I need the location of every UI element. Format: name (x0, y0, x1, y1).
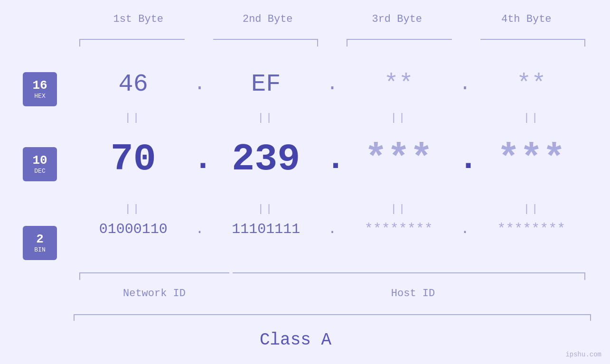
dot-dec-3: . (459, 140, 472, 178)
bin-b4: ******** (472, 221, 591, 237)
dot-bin-2: . (326, 221, 339, 237)
network-bracket (74, 272, 235, 280)
col-header-3: 3rd Byte (332, 13, 462, 25)
dec-badge: 10 DEC (23, 147, 57, 181)
bin-values: 01000110 . 11101111 . ******** . *******… (74, 221, 591, 237)
watermark: ipshu.com (565, 351, 601, 358)
dec-b4: *** (472, 138, 591, 181)
dot-bin-3: . (459, 221, 472, 237)
dec-b1: 70 (74, 138, 193, 181)
bracket-col4 (475, 39, 591, 47)
bracket-col3 (341, 39, 458, 47)
host-id-label: Host ID (235, 288, 591, 299)
col-header-2: 2nd Byte (203, 13, 333, 25)
eq-6: || (258, 203, 274, 215)
hex-row: 46 . EF . ** . ** (74, 70, 591, 98)
eq-7: || (391, 203, 407, 215)
eq-4: || (524, 112, 540, 124)
equals-row-1: || || || || (74, 111, 591, 125)
dot-bin-1: . (193, 221, 206, 237)
dec-row: 70 . 239 . *** . *** (74, 138, 591, 181)
bottom-bracket (74, 314, 591, 321)
eq-3: || (391, 112, 407, 124)
eq-5: || (125, 203, 141, 215)
hex-b4: ** (472, 70, 591, 98)
dec-values: 70 . 239 . *** . *** (74, 138, 591, 181)
class-label: Class A (0, 330, 591, 350)
eq-1: || (125, 112, 141, 124)
labels-row: Network ID Host ID (74, 288, 591, 299)
hex-values: 46 . EF . ** . ** (74, 70, 591, 98)
bracket-col1 (74, 39, 190, 47)
dot-dec-2: . (326, 140, 339, 178)
hex-b3: ** (339, 70, 459, 98)
network-id-label: Network ID (74, 288, 235, 299)
dec-b2: 239 (206, 138, 326, 181)
dot-dec-1: . (193, 140, 206, 178)
col-header-4: 4th Byte (462, 13, 591, 25)
eq-2: || (258, 112, 274, 124)
top-brackets (74, 39, 591, 47)
hex-b1: 46 (74, 70, 193, 98)
equals-row-2: || || || || (74, 202, 591, 216)
bin-row: 01000110 . 11101111 . ******** . *******… (74, 221, 591, 237)
dot-hex-3: . (459, 74, 472, 95)
col-header-1: 1st Byte (74, 13, 203, 25)
host-bracket (233, 272, 591, 280)
bin-badge: 2 BIN (23, 226, 57, 260)
bin-b2: 11101111 (206, 221, 326, 237)
dec-b3: *** (339, 138, 459, 181)
dot-hex-1: . (193, 74, 206, 95)
bracket-col2 (207, 39, 324, 47)
bin-b1: 01000110 (74, 221, 193, 237)
main-container: 1st Byte 2nd Byte 3rd Byte 4th Byte 16 H… (0, 0, 610, 364)
hex-b2: EF (206, 70, 326, 98)
dot-hex-2: . (326, 74, 339, 95)
bin-b3: ******** (339, 221, 459, 237)
eq-8: || (524, 203, 540, 215)
hex-badge: 16 HEX (23, 72, 57, 106)
column-headers: 1st Byte 2nd Byte 3rd Byte 4th Byte (74, 13, 591, 25)
